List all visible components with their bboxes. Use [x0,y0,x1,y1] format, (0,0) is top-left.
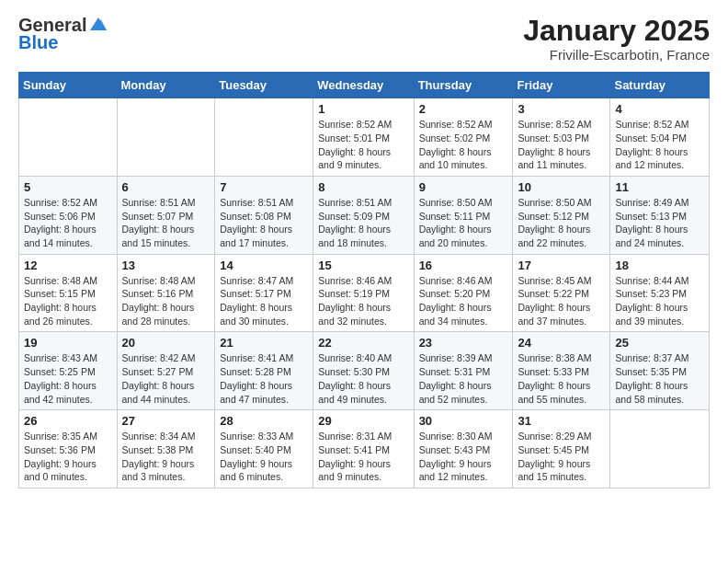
day-info: Sunrise: 8:33 AMSunset: 5:40 PMDaylight:… [220,430,308,484]
day-info: Sunrise: 8:37 AMSunset: 5:35 PMDaylight:… [615,351,704,406]
day-info: Sunrise: 8:46 AMSunset: 5:19 PMDaylight:… [318,274,408,328]
col-wednesday: Wednesday [313,73,414,98]
day-info: Sunrise: 8:46 AMSunset: 5:20 PMDaylight:… [419,274,508,328]
calendar-cell [610,410,710,488]
day-info: Sunrise: 8:49 AMSunset: 5:13 PMDaylight:… [615,196,704,250]
calendar-cell: 18Sunrise: 8:44 AMSunset: 5:23 PMDayligh… [610,254,710,332]
day-number: 15 [318,259,408,272]
calendar-cell: 1Sunrise: 8:52 AMSunset: 5:01 PMDaylight… [313,98,414,177]
day-number: 13 [122,259,210,272]
day-number: 29 [318,414,408,428]
day-info: Sunrise: 8:52 AMSunset: 5:04 PMDaylight:… [615,118,704,172]
calendar-week-4: 19Sunrise: 8:43 AMSunset: 5:25 PMDayligh… [19,332,710,410]
day-number: 3 [518,102,605,116]
calendar-cell: 29Sunrise: 8:31 AMSunset: 5:41 PMDayligh… [313,410,414,488]
col-friday: Friday [513,73,610,98]
calendar-cell: 30Sunrise: 8:30 AMSunset: 5:43 PMDayligh… [414,410,513,488]
day-number: 26 [24,414,112,428]
day-number: 21 [220,336,308,350]
calendar-cell: 25Sunrise: 8:37 AMSunset: 5:35 PMDayligh… [610,332,710,410]
day-number: 23 [419,336,508,350]
calendar-cell: 23Sunrise: 8:39 AMSunset: 5:31 PMDayligh… [414,332,513,410]
day-info: Sunrise: 8:44 AMSunset: 5:23 PMDaylight:… [615,274,704,328]
col-monday: Monday [117,73,215,98]
day-number: 11 [615,180,704,194]
day-number: 8 [318,180,408,194]
day-info: Sunrise: 8:43 AMSunset: 5:25 PMDaylight:… [24,351,112,406]
day-number: 25 [615,336,704,350]
calendar-cell: 12Sunrise: 8:48 AMSunset: 5:15 PMDayligh… [19,254,118,332]
header-row: Sunday Monday Tuesday Wednesday Thursday… [19,73,710,98]
calendar-cell: 31Sunrise: 8:29 AMSunset: 5:45 PMDayligh… [513,410,610,488]
day-info: Sunrise: 8:42 AMSunset: 5:27 PMDaylight:… [122,351,210,406]
day-info: Sunrise: 8:34 AMSunset: 5:38 PMDaylight:… [122,430,210,484]
calendar-week-3: 12Sunrise: 8:48 AMSunset: 5:15 PMDayligh… [19,254,710,332]
calendar-cell: 19Sunrise: 8:43 AMSunset: 5:25 PMDayligh… [19,332,118,410]
day-info: Sunrise: 8:51 AMSunset: 5:09 PMDaylight:… [318,196,408,250]
calendar-cell [215,98,313,177]
day-info: Sunrise: 8:48 AMSunset: 5:15 PMDaylight:… [24,274,112,328]
day-number: 16 [419,259,508,272]
calendar-cell [19,98,118,177]
day-info: Sunrise: 8:48 AMSunset: 5:16 PMDaylight:… [122,274,210,328]
col-tuesday: Tuesday [215,73,313,98]
day-number: 14 [220,259,308,272]
calendar-cell: 28Sunrise: 8:33 AMSunset: 5:40 PMDayligh… [215,410,313,488]
calendar-cell: 8Sunrise: 8:51 AMSunset: 5:09 PMDaylight… [313,176,414,254]
day-number: 31 [518,414,605,428]
day-number: 22 [318,336,408,350]
day-info: Sunrise: 8:41 AMSunset: 5:28 PMDaylight:… [220,351,308,406]
calendar-cell: 4Sunrise: 8:52 AMSunset: 5:04 PMDaylight… [610,98,710,177]
col-thursday: Thursday [414,73,513,98]
day-info: Sunrise: 8:50 AMSunset: 5:11 PMDaylight:… [419,196,508,250]
calendar-cell: 22Sunrise: 8:40 AMSunset: 5:30 PMDayligh… [313,332,414,410]
calendar-week-1: 1Sunrise: 8:52 AMSunset: 5:01 PMDaylight… [19,98,710,177]
calendar-cell: 17Sunrise: 8:45 AMSunset: 5:22 PMDayligh… [513,254,610,332]
calendar-title: January 2025 [523,15,710,47]
day-number: 17 [518,259,605,272]
day-number: 19 [24,336,112,350]
title-area: January 2025 Friville-Escarbotin, France [523,15,710,63]
col-sunday: Sunday [19,73,118,98]
day-number: 18 [615,259,704,272]
day-number: 1 [318,102,408,116]
col-saturday: Saturday [610,73,710,98]
day-info: Sunrise: 8:40 AMSunset: 5:30 PMDaylight:… [318,351,408,406]
day-info: Sunrise: 8:47 AMSunset: 5:17 PMDaylight:… [220,274,308,328]
day-info: Sunrise: 8:29 AMSunset: 5:45 PMDaylight:… [518,430,605,484]
day-number: 6 [122,180,210,194]
day-info: Sunrise: 8:31 AMSunset: 5:41 PMDaylight:… [318,430,408,484]
day-info: Sunrise: 8:51 AMSunset: 5:07 PMDaylight:… [122,196,210,250]
page: General Blue January 2025 Friville-Escar… [0,0,728,503]
day-number: 24 [518,336,605,350]
day-number: 20 [122,336,210,350]
calendar-cell: 14Sunrise: 8:47 AMSunset: 5:17 PMDayligh… [215,254,313,332]
calendar-cell: 26Sunrise: 8:35 AMSunset: 5:36 PMDayligh… [19,410,118,488]
day-info: Sunrise: 8:45 AMSunset: 5:22 PMDaylight:… [518,274,605,328]
header: General Blue January 2025 Friville-Escar… [18,15,710,63]
day-info: Sunrise: 8:51 AMSunset: 5:08 PMDaylight:… [220,196,308,250]
logo-icon [88,16,108,32]
day-info: Sunrise: 8:52 AMSunset: 5:01 PMDaylight:… [318,118,408,172]
day-info: Sunrise: 8:38 AMSunset: 5:33 PMDaylight:… [518,351,605,406]
day-number: 9 [419,180,508,194]
day-number: 12 [24,259,112,272]
calendar-cell: 3Sunrise: 8:52 AMSunset: 5:03 PMDaylight… [513,98,610,177]
calendar-cell: 21Sunrise: 8:41 AMSunset: 5:28 PMDayligh… [215,332,313,410]
calendar-cell: 24Sunrise: 8:38 AMSunset: 5:33 PMDayligh… [513,332,610,410]
calendar-cell [117,98,215,177]
calendar-cell: 20Sunrise: 8:42 AMSunset: 5:27 PMDayligh… [117,332,215,410]
day-info: Sunrise: 8:35 AMSunset: 5:36 PMDaylight:… [24,430,112,484]
calendar-week-2: 5Sunrise: 8:52 AMSunset: 5:06 PMDaylight… [19,176,710,254]
calendar-cell: 6Sunrise: 8:51 AMSunset: 5:07 PMDaylight… [117,176,215,254]
calendar-cell: 11Sunrise: 8:49 AMSunset: 5:13 PMDayligh… [610,176,710,254]
calendar-cell: 16Sunrise: 8:46 AMSunset: 5:20 PMDayligh… [414,254,513,332]
day-number: 30 [419,414,508,428]
day-info: Sunrise: 8:30 AMSunset: 5:43 PMDaylight:… [419,430,508,484]
calendar-cell: 10Sunrise: 8:50 AMSunset: 5:12 PMDayligh… [513,176,610,254]
day-number: 10 [518,180,605,194]
calendar-cell: 9Sunrise: 8:50 AMSunset: 5:11 PMDaylight… [414,176,513,254]
day-info: Sunrise: 8:52 AMSunset: 5:02 PMDaylight:… [419,118,508,172]
calendar-cell: 15Sunrise: 8:46 AMSunset: 5:19 PMDayligh… [313,254,414,332]
day-number: 4 [615,102,704,116]
